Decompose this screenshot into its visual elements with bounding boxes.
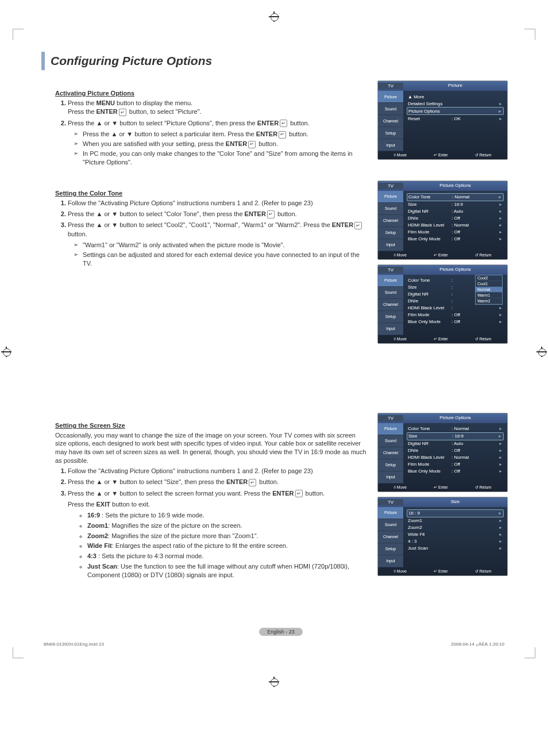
instruction-list: Follow the "Activating Picture Options" … xyxy=(55,467,367,580)
print-footer: BN68-01392H-01Eng.indd 23 2008-04-14 ¿ÀÈ… xyxy=(41,642,507,647)
osd-option-row: DNIe: Off► xyxy=(407,447,504,454)
page-title: Configuring Picture Options xyxy=(41,52,507,70)
osd-option-row: Size: 16:9► xyxy=(407,201,504,208)
section-heading: Setting the Screen Size xyxy=(55,422,367,429)
osd-panel-picture-options: TVPicture Options PictureSoundChannelSet… xyxy=(377,181,508,260)
registration-mark-icon xyxy=(269,11,279,22)
note-item: "Warm1" or "Warm2" is only activated whe… xyxy=(76,241,367,250)
osd-option-row: Wide Fit► xyxy=(407,531,504,538)
list-item: Zoom2: Magnifies the size of the picture… xyxy=(87,532,367,540)
osd-option-row: Just Scan► xyxy=(407,545,504,552)
osd-option-row: Color Tone: Normal► xyxy=(407,425,504,432)
osd-option-row: Digital NR: Auto► xyxy=(407,208,504,215)
instruction-list: Press the MENU button to display the men… xyxy=(55,99,367,167)
osd-tab: Picture xyxy=(378,507,403,519)
osd-option-row: Digital NR: Auto► xyxy=(407,440,504,447)
list-item: Just Scan: Use the function to see the f… xyxy=(87,562,367,580)
osd-tab: Channel xyxy=(378,531,403,543)
note-item: Settings can be adjusted and stored for … xyxy=(76,251,367,268)
list-item: 16:9 : Sets the picture to 16:9 wide mod… xyxy=(87,511,367,520)
osd-option-row: Picture Options► xyxy=(407,107,504,115)
osd-tab: Picture xyxy=(378,191,403,203)
osd-tab: Input xyxy=(378,139,403,151)
section-heading: Activating Picture Options xyxy=(55,90,367,97)
osd-option-row: Blue Only Mode: Off► xyxy=(407,468,504,475)
list-item: Follow the "Activating Picture Options" … xyxy=(68,467,367,475)
list-item: Press the MENU button to display the men… xyxy=(68,99,367,117)
list-item: Press the ▲ or ▼ button to select "Size"… xyxy=(68,478,367,486)
osd-panel-picture: TVPicture PictureSoundChannelSetupInput … xyxy=(377,80,508,160)
list-item: Press the ▲ or ▼ button to select "Pictu… xyxy=(68,119,367,167)
osd-panel-picture-options-size: TVPicture Options PictureSoundChannelSet… xyxy=(377,413,508,492)
osd-panel-color-tone-dropdown: TVPicture Options PictureSoundChannelSet… xyxy=(377,264,508,344)
section-heading: Setting the Color Tone xyxy=(55,190,367,197)
osd-option-row: DNIe: Off► xyxy=(407,215,504,222)
page-number: English - 23 xyxy=(55,628,507,636)
osd-tab: Channel xyxy=(378,215,403,227)
osd-option-row: Film Mode: Off► xyxy=(407,229,504,236)
osd-tab: Setup xyxy=(378,543,403,555)
osd-tab: Input xyxy=(378,323,403,335)
osd-option-row: Blue Only Mode: Off► xyxy=(407,236,504,243)
enter-icon xyxy=(266,210,276,217)
osd-option-row: 4 : 3► xyxy=(407,538,504,545)
osd-tab: Setup xyxy=(378,459,403,471)
osd-tab: Sound xyxy=(378,103,403,115)
osd-tab: Setup xyxy=(378,127,403,139)
note-item: Press the ▲ or ▼ button to select a part… xyxy=(76,130,367,139)
osd-dropdown: Cool2Cool1NormalWarm1Warm2 xyxy=(475,275,503,305)
paragraph: Occasionally, you may want to change the… xyxy=(55,431,367,465)
osd-option-row: Color Tone: Normal► xyxy=(407,193,504,201)
list-item: Zoom1: Magnifies the size of the picture… xyxy=(87,521,367,530)
osd-tab: Sound xyxy=(378,435,403,447)
osd-option-row: Blue Only Mode: Off► xyxy=(407,318,504,325)
osd-tab: Input xyxy=(378,239,403,251)
osd-tab: Picture xyxy=(378,423,403,435)
osd-option-row: HDMI Black Level: Normal► xyxy=(407,454,504,461)
osd-tab: Picture xyxy=(378,91,403,103)
enter-icon xyxy=(118,108,128,115)
crop-mark xyxy=(13,647,24,658)
list-item: Press the ▲ or ▼ button to select "Cool2… xyxy=(68,221,367,267)
crop-mark xyxy=(524,29,535,40)
list-item: Press the ▲ or ▼ button to select the sc… xyxy=(68,489,367,580)
enter-icon xyxy=(294,490,304,497)
osd-tab: Input xyxy=(378,471,403,483)
osd-tab: Setup xyxy=(378,227,403,239)
osd-option-row: Zoom1► xyxy=(407,517,504,524)
enter-icon xyxy=(247,140,257,147)
registration-mark-icon xyxy=(269,677,279,687)
osd-tab: Setup xyxy=(378,311,403,323)
osd-tab: Channel xyxy=(378,299,403,311)
osd-option-row: Zoom2► xyxy=(407,524,504,531)
osd-option-row: HDMI Black Level: Normal► xyxy=(407,222,504,229)
osd-option-row: Film Mode: Off► xyxy=(407,312,504,318)
list-item: Follow the "Activating Picture Options" … xyxy=(68,199,367,208)
crop-mark xyxy=(13,29,24,40)
osd-tab: Picture xyxy=(378,275,403,287)
osd-tab: Input xyxy=(378,555,403,567)
osd-option-row: Reset: OK► xyxy=(407,115,504,122)
osd-tab: Channel xyxy=(378,447,403,459)
osd-tab: Sound xyxy=(378,203,403,215)
osd-option-row: HDMI Black Level:► xyxy=(407,305,504,312)
page: Configuring Picture Options Activating P… xyxy=(18,34,530,670)
instruction-list: Follow the "Activating Picture Options" … xyxy=(55,199,367,268)
osd-tab: Sound xyxy=(378,519,403,531)
osd-panel-size: TVSize PictureSoundChannelSetupInput 16 … xyxy=(377,497,508,576)
enter-icon xyxy=(277,131,287,137)
enter-icon xyxy=(353,221,363,228)
osd-option-row: Size: 16:9► xyxy=(407,432,504,440)
osd-tab: Channel xyxy=(378,115,403,127)
note-item: In PC mode, you can only make changes to… xyxy=(76,149,367,167)
osd-option-row: Detailed Settings► xyxy=(407,100,504,107)
list-item: Wide Fit: Enlarges the aspect ratio of t… xyxy=(87,542,367,550)
registration-mark-icon xyxy=(537,347,547,357)
crop-mark xyxy=(524,647,535,658)
list-item: Press the ▲ or ▼ button to select "Color… xyxy=(68,210,367,218)
registration-mark-icon xyxy=(1,347,11,357)
osd-option-row: Film Mode: Off► xyxy=(407,461,504,468)
enter-icon xyxy=(248,478,257,485)
note-item: When you are satisfied with your setting… xyxy=(76,140,367,148)
enter-icon xyxy=(279,120,288,126)
